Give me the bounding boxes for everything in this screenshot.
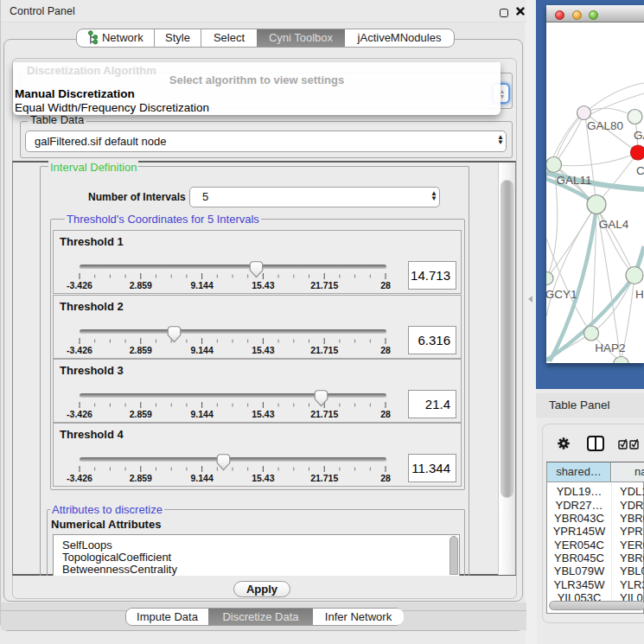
svg-text:GAL4: GAL4 xyxy=(599,217,629,230)
svg-text:GAL1: GAL1 xyxy=(634,128,644,141)
svg-text:GAL80: GAL80 xyxy=(587,119,623,132)
svg-text:HIS4: HIS4 xyxy=(635,287,644,300)
svg-text:GAL11: GAL11 xyxy=(556,174,591,187)
svg-text:CDC: CDC xyxy=(636,163,644,176)
svg-text:HAP2: HAP2 xyxy=(595,341,625,354)
svg-text:GCY1: GCY1 xyxy=(546,287,577,300)
